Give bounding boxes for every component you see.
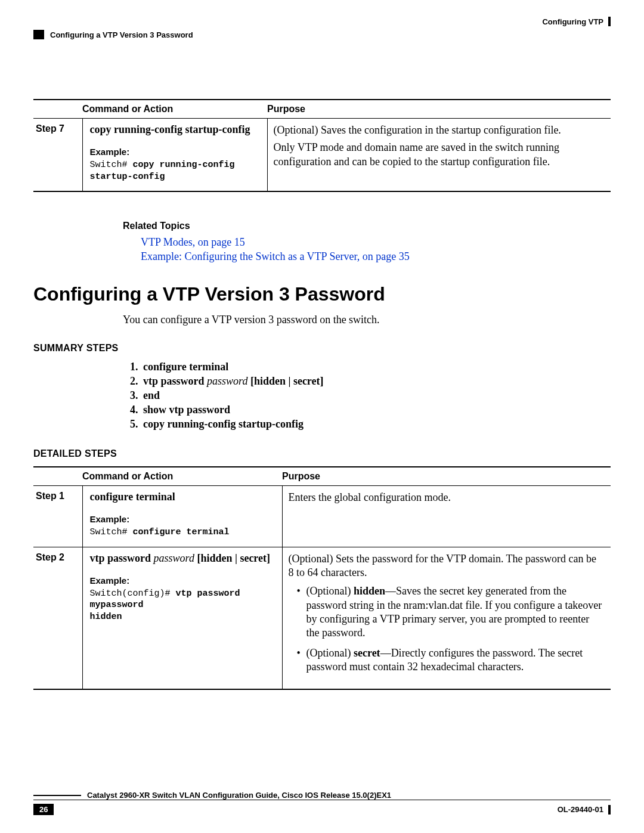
purpose-cell: (Optional) Sets the password for the VTP…: [282, 547, 611, 689]
list-item: (Optional) secret—Directly configures th…: [306, 646, 604, 674]
footer-docid: OL-29440-01: [558, 805, 603, 814]
purpose-text: Enters the global configuration mode.: [289, 491, 604, 504]
col-blank: [33, 100, 82, 119]
page-footer: Catalyst 2960-XR Switch VLAN Configurati…: [33, 791, 611, 815]
table-row: Step 1 configure terminal Example: Switc…: [33, 486, 611, 547]
command-text: copy running-config startup-config: [90, 123, 250, 135]
col-purpose: Purpose: [267, 100, 611, 119]
footer-guide-title: Catalyst 2960-XR Switch VLAN Configurati…: [87, 791, 391, 800]
header-marker-icon: [33, 30, 44, 39]
list-item: configure terminal: [141, 361, 611, 373]
related-link[interactable]: VTP Modes, on page 15: [141, 236, 611, 249]
code-prompt: Switch(config)#: [90, 589, 176, 599]
related-topics: Related Topics VTP Modes, on page 15 Exa…: [123, 221, 611, 263]
example-label: Example:: [90, 514, 275, 524]
section-intro: You can configure a VTP version 3 passwo…: [123, 314, 611, 326]
step-label: Step 2: [33, 547, 82, 689]
list-item: copy running-config startup-config: [141, 418, 611, 431]
list-item: show vtp password: [141, 404, 611, 416]
example-code: Switch(config)# vtp password mypassword …: [90, 588, 275, 623]
detailed-steps-heading: DETAILED STEPS: [33, 448, 611, 459]
step-label: Step 7: [33, 119, 82, 192]
summary-list: configure terminal vtp password password…: [141, 361, 611, 431]
list-item: end: [141, 389, 611, 402]
table-row: Step 7 copy running-config startup-confi…: [33, 119, 611, 192]
command-text: configure terminal: [90, 491, 175, 503]
footer-guide-row: Catalyst 2960-XR Switch VLAN Configurati…: [33, 791, 611, 800]
detailed-steps-table: Command or Action Purpose Step 1 configu…: [33, 466, 611, 690]
command-cell: vtp password password [hidden | secret] …: [82, 547, 282, 689]
steps-table-top: Command or Action Purpose Step 7 copy ru…: [33, 99, 611, 192]
header-bar-icon: [608, 17, 611, 26]
example-code: Switch# configure terminal: [90, 527, 275, 538]
col-cmd: Command or Action: [82, 100, 267, 119]
col-blank: [33, 467, 82, 486]
code-prompt: Switch#: [90, 527, 133, 537]
footer-rule-icon: [33, 795, 81, 796]
example-label: Example:: [90, 147, 260, 157]
related-title: Related Topics: [123, 221, 611, 231]
purpose-text: (Optional) Sets the password for the VTP…: [289, 552, 604, 580]
header-subtitle: Configuring a VTP Version 3 Password: [50, 30, 193, 39]
command-cell: copy running-config startup-config Examp…: [82, 119, 267, 192]
purpose-list: (Optional) hidden—Saves the secret key g…: [306, 584, 604, 674]
purpose-text: (Optional) Saves the configuration in th…: [274, 123, 604, 137]
related-link[interactable]: Example: Configuring the Switch as a VTP…: [141, 250, 611, 263]
footer-bar-icon: [608, 805, 611, 815]
command-cell: configure terminal Example: Switch# conf…: [82, 486, 282, 547]
footer-divider: [33, 800, 611, 800]
page-number: 26: [33, 804, 54, 815]
purpose-text: Only VTP mode and domain name are saved …: [274, 141, 604, 169]
col-cmd: Command or Action: [82, 467, 282, 486]
page-header: Configuring VTP: [33, 17, 611, 26]
header-chapter-text: Configuring VTP: [542, 17, 603, 26]
command-text: vtp password password [hidden | secret]: [90, 552, 271, 564]
purpose-cell: (Optional) Saves the configuration in th…: [267, 119, 611, 192]
section-title: Configuring a VTP Version 3 Password: [33, 283, 611, 305]
code-prompt: Switch#: [90, 160, 133, 170]
purpose-cell: Enters the global configuration mode.: [282, 486, 611, 547]
step-label: Step 1: [33, 486, 82, 547]
example-code: Switch# copy running-config startup-conf…: [90, 159, 260, 182]
example-label: Example:: [90, 575, 275, 586]
list-item: (Optional) hidden—Saves the secret key g…: [306, 584, 604, 640]
list-item: vtp password password [hidden | secret]: [141, 375, 611, 388]
table-row: Step 2 vtp password password [hidden | s…: [33, 547, 611, 689]
header-chapter: Configuring VTP: [542, 17, 611, 26]
code-cmd: configure terminal: [133, 527, 230, 537]
col-purpose: Purpose: [282, 467, 611, 486]
header-subtitle-row: Configuring a VTP Version 3 Password: [33, 30, 611, 39]
summary-steps-heading: SUMMARY STEPS: [33, 343, 611, 354]
footer-docid-row: OL-29440-01: [558, 805, 611, 815]
